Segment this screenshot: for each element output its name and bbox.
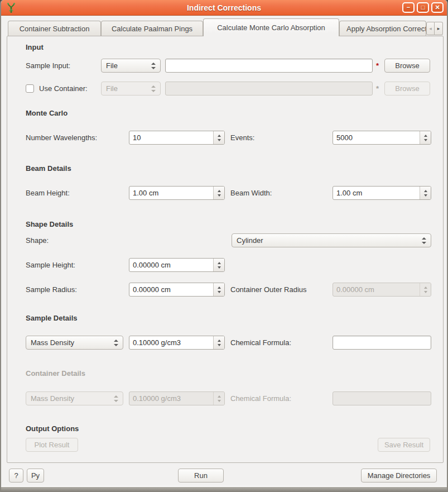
sample-height-spinbox[interactable]: 0.00000 cm <box>129 258 225 272</box>
number-wavelengths-label: Number Wavelengths: <box>26 131 97 145</box>
combobox-spinner-icon <box>114 395 118 402</box>
container-density-type-combobox: Mass Density <box>26 391 123 405</box>
section-header-input: Input <box>26 43 44 51</box>
sample-browse-button[interactable]: Browse <box>384 59 430 73</box>
title-bar: Indirect Corrections − □ ✕ <box>1 0 447 16</box>
save-result-button: Save Result <box>378 438 430 452</box>
window-title: Indirect Corrections <box>1 3 447 12</box>
run-button[interactable]: Run <box>178 469 224 483</box>
events-value: 5000 <box>333 131 420 144</box>
combobox-spinner-icon <box>422 237 426 244</box>
tab-bar: Container Subtraction Calculate Paalman … <box>8 18 426 36</box>
sample-radius-value: 0.00000 cm <box>129 283 213 296</box>
minimize-button[interactable]: − <box>402 2 415 13</box>
spinner-icon[interactable] <box>213 283 224 296</box>
combobox-spinner-icon <box>114 340 118 346</box>
beam-height-spinbox[interactable]: 1.00 cm <box>129 186 225 200</box>
section-header-monte-carlo: Monte Carlo <box>26 109 68 117</box>
tab-calculate-paalman-pings[interactable]: Calculate Paalman Pings <box>101 21 203 36</box>
tab-calculate-monte-carlo-absorption[interactable]: Calculate Monte Carlo Absorption <box>203 18 339 36</box>
beam-width-value: 1.00 cm <box>333 187 420 199</box>
sample-input-field[interactable] <box>165 59 373 73</box>
spinner-icon[interactable] <box>213 336 224 349</box>
sample-density-spinbox[interactable]: 0.10000 g/cm3 <box>129 336 225 350</box>
section-header-sample-details: Sample Details <box>26 314 78 322</box>
tab-container-subtraction[interactable]: Container Subtraction <box>8 21 101 36</box>
container-density-type-value: Mass Density <box>31 394 110 403</box>
section-header-shape-details: Shape Details <box>26 220 73 228</box>
sample-chemical-formula-label: Chemical Formula: <box>230 336 291 350</box>
beam-width-label: Beam Width: <box>230 186 272 200</box>
sample-density-type-value: Mass Density <box>31 338 110 347</box>
container-density-value: 0.10000 g/cm3 <box>129 392 213 405</box>
indirect-corrections-window: Indirect Corrections − □ ✕ Container Sub… <box>0 0 448 492</box>
spinner-icon[interactable] <box>420 131 431 144</box>
shape-label: Shape: <box>26 233 49 247</box>
use-container-label: Use Container: <box>39 82 88 95</box>
section-header-output-options: Output Options <box>26 424 79 433</box>
container-chemical-formula-field <box>333 391 431 405</box>
beam-width-spinbox[interactable]: 1.00 cm <box>333 186 431 200</box>
tab-content-panel: Input Sample Input: File * Browse Use Co… <box>7 36 444 463</box>
window-bottom-edge <box>1 486 447 492</box>
combobox-spinner-icon <box>151 63 156 69</box>
use-container-checkbox[interactable] <box>26 84 34 93</box>
combobox-spinner-icon <box>151 85 156 92</box>
container-density-spinbox: 0.10000 g/cm3 <box>129 391 225 405</box>
sample-input-type-value: File <box>106 61 148 70</box>
spinner-icon[interactable] <box>213 259 224 271</box>
tab-scrollers: ◂ ▸ <box>426 22 443 35</box>
python-export-button[interactable]: Py <box>27 469 44 483</box>
maximize-button[interactable]: □ <box>417 2 429 13</box>
sample-height-value: 0.00000 cm <box>129 259 213 271</box>
container-outer-radius-spinbox: 0.00000 cm <box>333 283 431 297</box>
spinner-icon[interactable] <box>213 131 224 144</box>
shape-value: Cylinder <box>237 236 418 245</box>
tab-scroll-left-icon[interactable]: ◂ <box>426 22 435 35</box>
number-wavelengths-value: 10 <box>129 131 213 144</box>
sample-radius-label: Sample Radius: <box>26 283 77 297</box>
tab-scroll-right-icon[interactable]: ▸ <box>435 22 443 35</box>
mantid-logo-icon <box>6 2 16 13</box>
sample-radius-spinbox[interactable]: 0.00000 cm <box>129 283 225 297</box>
close-button[interactable]: ✕ <box>431 2 444 13</box>
shape-combobox[interactable]: Cylinder <box>232 233 431 247</box>
spinner-icon <box>213 392 224 405</box>
sample-input-type-combobox[interactable]: File <box>101 59 161 73</box>
sample-chemical-formula-field[interactable] <box>333 336 431 350</box>
events-spinbox[interactable]: 5000 <box>333 131 431 145</box>
container-outer-radius-value: 0.00000 cm <box>333 283 420 296</box>
events-label: Events: <box>230 131 254 145</box>
sample-height-label: Sample Height: <box>26 258 75 272</box>
container-browse-button: Browse <box>384 82 430 95</box>
sample-density-type-combobox[interactable]: Mass Density <box>26 336 123 350</box>
spinner-icon <box>420 283 431 296</box>
container-input-field <box>165 82 373 95</box>
container-required-asterisk: * <box>376 82 379 95</box>
container-outer-radius-label: Container Outer Radius <box>230 283 307 297</box>
manage-directories-button[interactable]: Manage Directories <box>361 469 437 483</box>
container-input-type-combobox: File <box>101 82 161 95</box>
container-chemical-formula-label: Chemical Formula: <box>230 391 291 405</box>
window-controls: − □ ✕ <box>402 2 444 13</box>
section-header-beam-details: Beam Details <box>26 164 71 173</box>
help-button[interactable]: ? <box>9 469 23 483</box>
number-wavelengths-spinbox[interactable]: 10 <box>129 131 225 145</box>
plot-result-button: Plot Result <box>26 438 78 452</box>
spinner-icon[interactable] <box>420 187 431 199</box>
container-input-type-value: File <box>106 84 148 93</box>
beam-height-value: 1.00 cm <box>129 187 213 199</box>
sample-density-value: 0.10000 g/cm3 <box>129 336 213 349</box>
sample-input-required-asterisk: * <box>376 59 379 73</box>
sample-input-label: Sample Input: <box>26 59 70 73</box>
section-header-container-details: Container Details <box>26 369 85 378</box>
beam-height-label: Beam Height: <box>26 186 70 200</box>
tab-apply-absorption-corrections[interactable]: Apply Absorption Corrections <box>339 21 426 36</box>
spinner-icon[interactable] <box>213 187 224 199</box>
